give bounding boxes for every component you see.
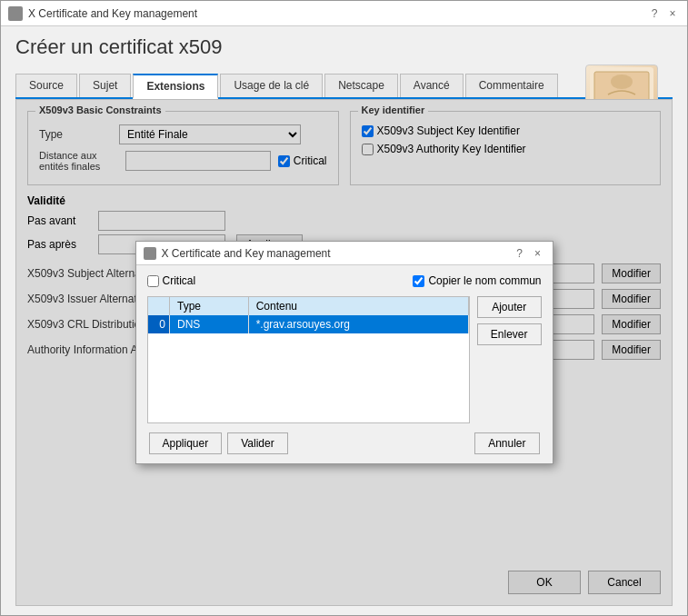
ajouter-btn[interactable]: Ajouter [477,296,542,318]
tab-usage-cle[interactable]: Usage de la clé [220,74,323,97]
app-icon [8,6,23,21]
dialog-critical-label: Critical [163,274,196,287]
dialog-help-btn[interactable]: ? [513,246,527,261]
dialog-copy-common-row: Copier le nom commun [413,274,541,287]
svg-point-2 [611,75,633,89]
valider-btn[interactable]: Valider [227,432,287,454]
dialog-close-btn[interactable]: × [531,246,545,261]
col-content-header: Contenu [248,297,468,315]
row-content: *.grav.arsouyes.org [248,315,468,333]
content-area: X509v3 Basic Constraints Type Entité Fin… [15,99,673,606]
dialog-table-area: Type Contenu 0 DNS *.grav.arsouy [147,296,542,423]
table-row[interactable]: 0 DNS *.grav.arsouyes.org [148,315,469,333]
row-index: 0 [148,315,170,333]
title-bar-left: X Certificate and Key management [8,6,197,21]
main-window: X Certificate and Key management ? × Cré… [0,0,688,616]
help-button[interactable]: ? [647,6,662,21]
window-body: Créer un certificat x509 Source Sujet Ex… [1,26,687,615]
tab-commentaire[interactable]: Commentaire [465,74,558,97]
dialog-action-btns: Ajouter Enlever [477,296,542,345]
tab-avance[interactable]: Avancé [400,74,464,97]
dialog-controls: ? × [513,246,545,261]
col-type-header: Type [170,297,249,315]
annuler-btn[interactable]: Annuler [474,432,539,454]
dialog-copy-common-checkbox[interactable] [413,275,424,287]
dialog-critical-row: Critical [147,274,196,287]
tab-netscape[interactable]: Netscape [324,74,398,97]
dialog-bottom-left: Appliquer Valider [149,432,288,454]
overlay: X Certificate and Key management ? × [16,100,672,605]
dialog: X Certificate and Key management ? × [135,241,553,464]
title-bar-controls: ? × [647,6,680,21]
title-bar: X Certificate and Key management ? × [1,1,687,26]
tabs: Source Sujet Extensions Usage de la clé … [15,74,673,99]
appliquer-btn[interactable]: Appliquer [149,432,223,454]
tab-sujet[interactable]: Sujet [79,74,131,97]
tab-extensions[interactable]: Extensions [133,74,218,99]
window-title: X Certificate and Key management [28,7,197,20]
dialog-table-wrapper: Type Contenu 0 DNS *.grav.arsouy [147,296,470,423]
tab-source[interactable]: Source [15,74,77,97]
dialog-options-row: Critical Copier le nom commun [147,274,542,287]
dialog-icon [144,247,156,260]
dialog-title-text: X Certificate and Key management [162,247,331,260]
dialog-body: Critical Copier le nom commun [136,265,553,463]
dialog-table: Type Contenu 0 DNS *.grav.arsouy [148,297,469,333]
dialog-title-bar: X Certificate and Key management ? × [136,242,553,265]
dialog-title-left: X Certificate and Key management [144,247,331,260]
close-button[interactable]: × [665,6,680,21]
dialog-copy-common-label: Copier le nom commun [428,274,541,287]
dialog-bottom-btns: Appliquer Valider Annuler [147,432,542,454]
dialog-critical-checkbox[interactable] [147,275,159,287]
enlever-btn[interactable]: Enlever [477,323,542,345]
page-title: Créer un certificat x509 [15,35,222,59]
row-type: DNS [170,315,249,333]
col-index-header [148,297,170,315]
